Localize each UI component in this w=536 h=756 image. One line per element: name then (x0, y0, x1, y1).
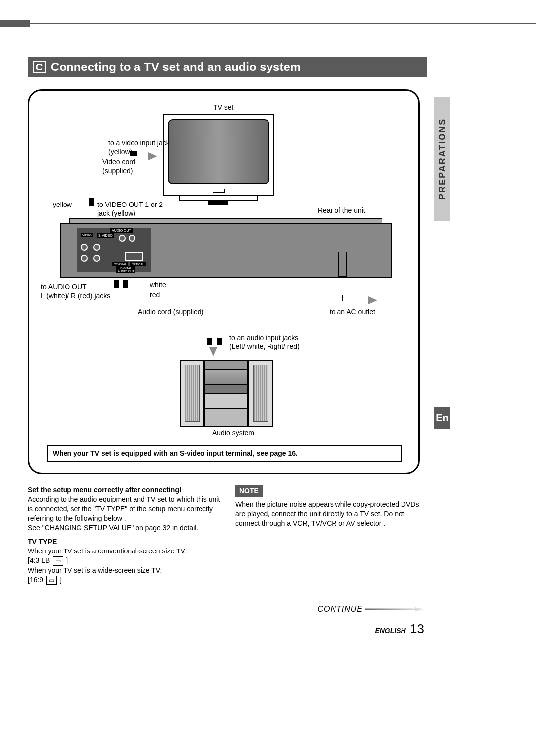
yellow-lead-line (74, 204, 88, 204)
white-lead (130, 285, 147, 285)
optical-jack (125, 252, 143, 261)
power-cord-drop (342, 295, 343, 301)
label-yellow: yellow (53, 201, 72, 209)
bracket-close: ] (66, 556, 68, 564)
page-num: 13 (410, 621, 424, 636)
red-plug-icon (123, 280, 128, 288)
section-title: Connecting to a TV set and an audio syst… (51, 60, 301, 74)
panel-coaxial: COAXIAL (112, 262, 128, 266)
setup-para2: See "CHANGING SETUP VALUE" on page 32 in… (28, 523, 226, 533)
setup-para1: According to the audio equipment and TV … (28, 495, 226, 523)
label-red: red (150, 291, 160, 300)
power-cord (338, 252, 347, 277)
label-rear-unit: Rear of the unit (318, 206, 365, 215)
panel-optical: OPTICAL (130, 262, 146, 266)
tv-type-heading: TV TYPE (28, 537, 226, 547)
ratio-43-text: [4:3 LB (28, 556, 50, 564)
tv-icon (163, 114, 274, 196)
setup-heading: Set the setup menu correctly after conne… (28, 485, 226, 495)
panel-video: VIDEO (81, 233, 93, 237)
continue-indicator: CONTINUE (317, 605, 424, 614)
jack-icon (81, 255, 88, 262)
red-lead (130, 294, 147, 294)
label-audio-system: Audio system (212, 429, 254, 438)
label-ac-outlet: to an AC outlet (330, 308, 375, 317)
arrow-ac (368, 296, 377, 304)
header-stub (0, 20, 30, 27)
section-heading: C Connecting to a TV set and an audio sy… (28, 57, 427, 77)
side-tab-en: En (434, 407, 450, 429)
note-text: When the picture noise appears while cop… (235, 500, 424, 528)
white-plug-icon (114, 280, 119, 288)
svideo-note: When your TV set is equipped with an S-v… (47, 445, 402, 462)
label-audio-out: to AUDIO OUT L (white)/ R (red) jacks (41, 283, 110, 300)
audio-plug-icon (217, 338, 222, 345)
right-column: NOTE When the picture noise appears whil… (235, 485, 424, 528)
label-tvset: TV set (213, 103, 233, 112)
video-plug-icon (130, 151, 137, 156)
panel-digital: DIGITAL AUDIO OUT (116, 266, 135, 273)
note-badge: NOTE (235, 485, 263, 497)
continue-text: CONTINUE (317, 605, 363, 614)
arrow-to-stereo (209, 347, 217, 356)
tv-base (179, 196, 258, 201)
arrow-to-tv (148, 152, 157, 160)
jack-icon (81, 244, 88, 251)
page-lang: ENGLISH (375, 627, 405, 635)
audio-system-icon (180, 360, 273, 427)
side-tab-preparations: PREPARATIONS (434, 97, 450, 221)
label-video-input-jack: to a video input jack (yellow) (108, 139, 170, 156)
tv-stand (208, 201, 228, 205)
panel-audio-out: AUDIO OUT (110, 228, 133, 233)
left-column: Set the setup menu correctly after conne… (28, 485, 226, 585)
label-white: white (150, 281, 166, 290)
yellow-plug-icon (89, 198, 94, 206)
continue-arrow-icon (365, 607, 424, 611)
audio-plug-icon (207, 338, 212, 345)
jack-icon (119, 235, 126, 242)
label-audio-input-jacks: to an audio input jacks (Left/ white, Ri… (229, 334, 300, 351)
aspect-169-icon: ▭ (46, 576, 57, 585)
jack-icon (93, 244, 100, 251)
label-audio-cord: Audio cord (supplied) (138, 308, 203, 317)
jack-icon (129, 235, 135, 242)
tv-type-wide: When your TV set is a wide-screen size T… (28, 566, 226, 575)
label-video-out: to VIDEO OUT 1 or 2 jack (yellow) (97, 201, 163, 218)
header-rule (30, 23, 536, 24)
panel-svideo: S-VIDEO (97, 233, 114, 238)
page-number: ENGLISH 13 (375, 621, 424, 637)
bracket-close: ] (60, 576, 62, 584)
label-video-cord: Video cord (supplied) (102, 158, 135, 175)
tv-type-conventional: When your TV set is a conventional-scree… (28, 547, 226, 556)
section-letter: C (33, 61, 46, 73)
ratio-169: [16:9 ▭ ] (28, 575, 226, 585)
aspect-43-icon: ▭ (53, 556, 63, 565)
ratio-169-text: [16:9 (28, 576, 43, 584)
ratio-43: [4:3 LB ▭ ] (28, 556, 226, 565)
jack-icon (93, 255, 100, 262)
